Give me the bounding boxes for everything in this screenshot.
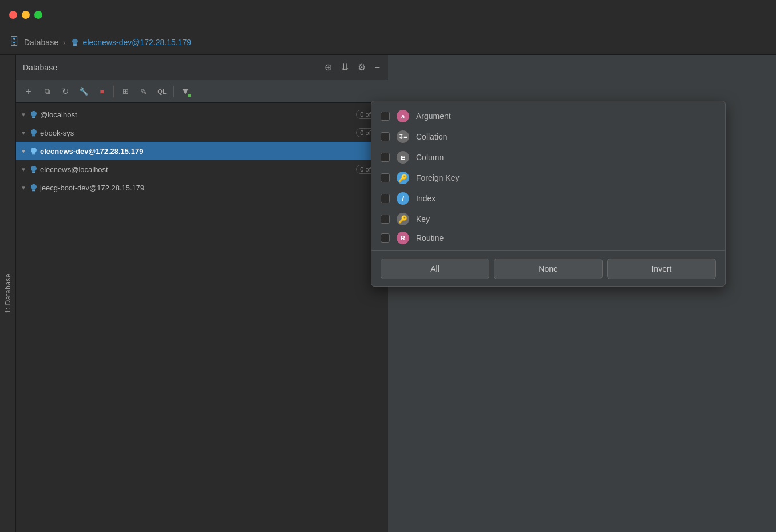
sidebar-panel: Database ⊕ ⇊ ⚙ − + ⧉ ↻ 🔧 ■ ⊞ ✎ QL ▼ <box>16 55 388 532</box>
filter-active-dot <box>188 94 191 97</box>
index-icon: i <box>397 192 409 205</box>
column-icon: ⊞ <box>397 151 409 164</box>
toolbar-separator-2 <box>173 86 174 97</box>
tree-item-elecnews-localhost[interactable]: ▼ elecnews@localhost 0 of 16 <box>16 160 388 178</box>
tree-item-localhost[interactable]: ▼ @localhost 0 of 16 <box>16 105 388 124</box>
main-layout: 1: Database Database ⊕ ⇊ ⚙ − + ⧉ ↻ 🔧 ■ ⊞… <box>0 55 776 532</box>
breadcrumb-connection-name: elecnews-dev@172.28.15.179 <box>83 38 191 47</box>
connection-icon <box>70 38 80 47</box>
stop-button[interactable]: ■ <box>94 84 110 100</box>
connection-icon-localhost <box>30 110 38 118</box>
filter-checkbox-column[interactable] <box>381 153 390 162</box>
filter-label-collation: Collation <box>416 132 447 141</box>
database-icon: 🗄 <box>9 36 19 48</box>
vertical-tab-label: 1: Database <box>4 273 12 313</box>
filter-label-routine: Routine <box>416 233 444 243</box>
svg-rect-9 <box>32 172 35 173</box>
copy-button[interactable]: ⧉ <box>39 84 55 100</box>
maximize-button[interactable] <box>34 11 42 19</box>
tree-label-jeecg-boot-dev: jeecg-boot-dev@172.28.15.179 <box>40 184 383 192</box>
filter-checkbox-collation[interactable] <box>381 132 390 141</box>
tree-arrow-jeecg-boot-dev: ▼ <box>21 185 27 191</box>
tree-label-ebooksys: ebook-sys <box>40 129 354 137</box>
connection-icon-ebooksys <box>30 129 38 137</box>
query-button[interactable]: QL <box>154 84 170 100</box>
breadcrumb-separator: › <box>63 38 66 47</box>
connection-icon-elecnews-dev <box>30 147 38 155</box>
filter-label-key: Key <box>416 215 430 224</box>
tree-arrow-elecnews-dev: ▼ <box>21 148 27 154</box>
svg-rect-5 <box>32 136 35 136</box>
filter-checkbox-key[interactable] <box>381 215 390 224</box>
edit-button[interactable]: ✎ <box>136 84 152 100</box>
titlebar <box>0 0 776 30</box>
refresh-button[interactable]: ↻ <box>57 84 73 100</box>
filter-all-button[interactable]: All <box>381 259 489 279</box>
filter-item-collation[interactable]: ↧= Collation <box>371 126 725 147</box>
tree-label-elecnews-dev: elecnews-dev@172.28.15.179 <box>40 147 371 156</box>
svg-rect-8 <box>32 172 35 172</box>
filter-item-argument[interactable]: a Argument <box>371 106 725 126</box>
panel-header: Database ⊕ ⇊ ⚙ − <box>16 55 388 80</box>
filter-item-index[interactable]: i Index <box>371 188 725 209</box>
svg-rect-10 <box>32 190 35 190</box>
svg-rect-2 <box>32 117 35 117</box>
breadcrumb-db-label[interactable]: Database <box>24 38 58 47</box>
svg-rect-7 <box>32 154 35 154</box>
routine-icon: R <box>397 232 409 244</box>
tree-arrow-localhost: ▼ <box>21 112 27 118</box>
argument-icon: a <box>397 110 409 122</box>
toolbar-separator-1 <box>113 86 114 97</box>
tree-item-elecnews-dev[interactable]: ▼ elecnews-dev@172.28.15.179 0 <box>16 142 388 160</box>
table-view-button[interactable]: ⊞ <box>117 84 133 100</box>
filter-dropdown: a Argument ↧= Collation ⊞ Column 🔑 Forei… <box>371 101 726 287</box>
settings-header-button[interactable]: ⚙ <box>357 61 367 74</box>
key-icon: 🔑 <box>397 213 409 225</box>
filter-label-argument: Argument <box>416 112 451 121</box>
filter-checkbox-routine[interactable] <box>381 233 390 243</box>
filter-checkbox-index[interactable] <box>381 194 390 203</box>
traffic-lights <box>9 11 42 19</box>
filter-divider <box>371 250 725 251</box>
toolbar: + ⧉ ↻ 🔧 ■ ⊞ ✎ QL ▼ <box>16 80 388 103</box>
filter-buttons: All None Invert <box>371 254 725 281</box>
tree-label-elecnews-localhost: elecnews@localhost <box>40 165 354 174</box>
add-connection-button[interactable]: ⊕ <box>323 61 333 74</box>
tree-item-jeecg-boot-dev[interactable]: ▼ jeecg-boot-dev@172.28.15.179 <box>16 178 388 197</box>
tree-container[interactable]: ▼ @localhost 0 of 16 ▼ ebook-sys 0 o <box>16 103 388 532</box>
filter-invert-button[interactable]: Invert <box>607 259 716 279</box>
collation-icon: ↧= <box>397 130 409 143</box>
tree-arrow-elecnews-localhost: ▼ <box>21 166 27 173</box>
tree-label-localhost: @localhost <box>40 110 354 119</box>
breadcrumb-current: elecnews-dev@172.28.15.179 <box>70 38 191 47</box>
filter-item-routine[interactable]: R Routine <box>371 229 725 247</box>
filter-item-column[interactable]: ⊞ Column <box>371 147 725 168</box>
svg-rect-0 <box>73 44 77 45</box>
breadcrumb-bar: 🗄 Database › elecnews-dev@172.28.15.179 <box>0 30 776 55</box>
minus-button[interactable]: − <box>374 61 381 74</box>
filter-button[interactable]: ▼ <box>177 84 193 100</box>
foreignkey-icon: 🔑 <box>397 172 409 184</box>
svg-rect-11 <box>32 190 35 191</box>
close-button[interactable] <box>9 11 17 19</box>
connection-icon-elecnews-localhost <box>30 165 38 173</box>
collapse-button[interactable]: ⇊ <box>340 61 350 74</box>
panel-title: Database <box>23 63 323 72</box>
filter-item-key[interactable]: 🔑 Key <box>371 209 725 229</box>
tree-item-ebooksys[interactable]: ▼ ebook-sys 0 of 34 <box>16 124 388 142</box>
filter-label-foreignkey: Foreign Key <box>416 173 459 182</box>
filter-item-foreignkey[interactable]: 🔑 Foreign Key <box>371 168 725 188</box>
filter-checkbox-foreignkey[interactable] <box>381 173 390 182</box>
connection-icon-jeecg-boot-dev <box>30 184 38 192</box>
filter-checkbox-argument[interactable] <box>381 112 390 121</box>
tree-arrow-ebooksys: ▼ <box>21 130 27 136</box>
svg-rect-1 <box>73 45 77 46</box>
add-button[interactable]: + <box>21 84 37 100</box>
filter-label-column: Column <box>416 153 444 162</box>
vertical-tab[interactable]: 1: Database <box>0 55 16 532</box>
minimize-button[interactable] <box>22 11 30 19</box>
panel-header-actions: ⊕ ⇊ ⚙ − <box>323 61 381 74</box>
svg-rect-4 <box>32 135 35 136</box>
filter-none-button[interactable]: None <box>494 259 603 279</box>
wrench-button[interactable]: 🔧 <box>76 84 92 100</box>
